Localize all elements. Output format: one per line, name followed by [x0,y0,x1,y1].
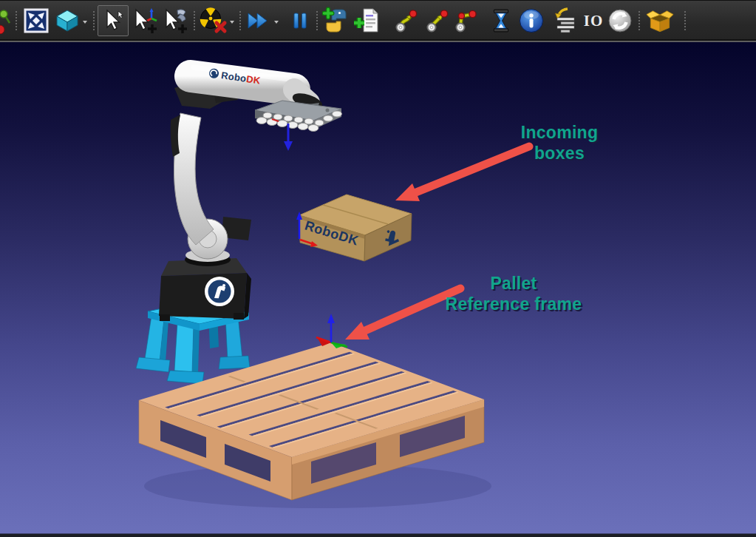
move-linear-instruction-button[interactable] [423,6,452,36]
toolbar-separator [194,11,195,30]
add-python-program-icon [322,7,350,35]
isometric-view-cube-icon [55,8,80,33]
toolbar-separator [684,11,686,30]
synchronize-button[interactable] [606,6,634,36]
simulation-speed-caret[interactable] [273,18,280,26]
pause-instruction-button[interactable] [487,6,515,36]
fit-all-icon [24,8,49,33]
program-call-button[interactable] [550,6,578,36]
svg-text:Pallet: Pallet [490,274,537,293]
robodk-base-logo [205,277,234,306]
annotation-pallet-reference-frame: Pallet Reference frame Pallet Reference … [446,274,584,315]
status-strip [0,533,756,537]
robodk-window: IO [0,0,756,537]
add-python-program-button[interactable] [322,6,350,36]
io-instruction-label: IO [584,12,604,30]
view-dropdown-caret[interactable] [81,18,89,26]
move-joint-instruction-button[interactable] [392,6,420,36]
clipped-target-icon[interactable] [0,6,10,36]
info-message-icon [518,7,545,34]
collision-check-button[interactable] [200,6,228,36]
collision-check-icon [200,7,228,35]
svg-text:Incoming: Incoming [521,123,599,142]
cardboard-box[interactable]: RoboDK [296,195,412,261]
isometric-view-button[interactable] [53,6,81,36]
main-toolbar: IO [0,0,756,40]
program-call-list-icon [550,7,578,35]
toolbar-separator [93,11,95,30]
move-reference-button[interactable] [132,6,160,36]
add-program-icon [353,7,381,35]
annotation-incoming-boxes: Incoming boxes Incoming boxes [521,123,600,164]
open-box-icon [646,7,674,35]
move-linear-instruction-icon [425,8,450,33]
io-instruction-button[interactable]: IO [581,6,606,36]
3d-viewport[interactable]: RoboDK [0,42,756,533]
open-box-button[interactable] [646,6,674,36]
robot-base[interactable] [159,258,251,321]
synchronize-icon [607,7,633,34]
pause-simulation-button[interactable] [286,6,314,36]
svg-text:Reference frame: Reference frame [446,294,582,314]
move-tool-cursor-icon [162,7,190,35]
fit-all-button[interactable] [22,6,50,36]
pallet-reference-frame[interactable] [316,314,347,348]
toolbar-separator [16,11,17,30]
collision-dropdown-caret[interactable] [228,18,236,26]
vacuum-gripper[interactable] [255,101,342,151]
annotation-arrow-incoming-boxes [395,146,529,201]
annotation-arrow-pallet-frame [345,288,460,340]
select-cursor-icon [101,8,126,33]
move-circular-instruction-icon [454,8,479,33]
toolbar-separator [638,11,640,30]
fast-simulation-button[interactable] [244,6,272,36]
pause-simulation-icon [289,9,311,33]
move-reference-cursor-icon [132,7,160,35]
select-tool-button[interactable] [98,5,129,36]
add-program-button[interactable] [353,6,381,36]
move-tool-button[interactable] [162,6,190,36]
hourglass-pause-icon [488,8,514,33]
move-joint-instruction-icon [394,8,419,33]
info-message-button[interactable] [517,6,545,36]
fast-simulation-icon [245,8,270,33]
toolbar-separator [316,11,318,30]
toolbar-separator [239,11,241,30]
move-circular-instruction-button[interactable] [452,6,480,36]
svg-text:boxes: boxes [534,143,585,163]
